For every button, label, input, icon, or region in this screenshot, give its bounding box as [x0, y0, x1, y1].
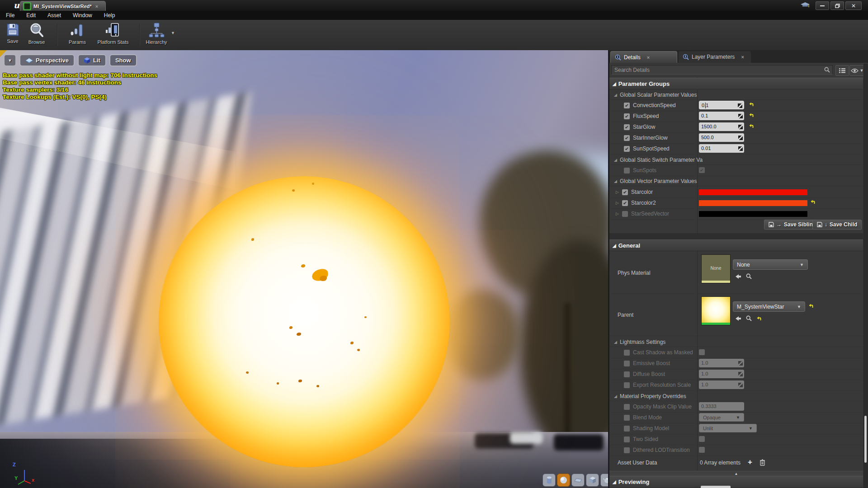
reset-to-default-icon[interactable]	[756, 316, 762, 321]
color-swatch-starcolor2[interactable]	[699, 200, 807, 206]
browse-to-asset-icon[interactable]	[746, 273, 752, 279]
hierarchy-dropdown-caret-icon[interactable]: ▼	[171, 31, 175, 35]
close-button[interactable]: ✕	[845, 1, 862, 10]
checkbox-checked[interactable]: ✔	[624, 146, 630, 152]
slider-corner-icon[interactable]	[738, 114, 743, 118]
details-scrollbar-track[interactable]	[863, 64, 868, 488]
viewport-options-dropdown-button[interactable]: ▼	[4, 54, 16, 66]
reset-to-default-icon[interactable]	[749, 113, 754, 118]
lit-mode-button[interactable]: Lit	[78, 54, 106, 66]
hierarchy-button[interactable]: Hierarchy	[137, 22, 175, 45]
reset-to-default-icon[interactable]	[808, 303, 814, 309]
menu-edit[interactable]: Edit	[20, 12, 42, 19]
collapsed-arrow-icon[interactable]: ▷	[616, 190, 619, 194]
menu-asset[interactable]: Asset	[42, 12, 67, 19]
tab-layer-parameters[interactable]: Layer Parameters ×	[679, 51, 751, 63]
checkbox-unchecked[interactable]: ✔	[624, 382, 630, 388]
checkbox-checked[interactable]: ✔	[622, 200, 628, 206]
value-input-starinnerglow[interactable]: 500.0	[699, 133, 744, 142]
value-input-sunspotspeed[interactable]: 0.01	[699, 144, 744, 153]
phys-material-dropdown[interactable]: None▼	[733, 259, 808, 270]
parent-thumbnail[interactable]	[701, 296, 731, 325]
preview-cylinder-button[interactable]	[542, 474, 556, 487]
checkbox-unchecked[interactable]: ✔	[624, 404, 630, 410]
perspective-button[interactable]: Perspective	[19, 54, 75, 66]
menu-window[interactable]: Window	[67, 12, 98, 19]
checkbox-checked-disabled[interactable]: ✔	[699, 167, 705, 173]
checkbox-unchecked[interactable]: ✔	[624, 361, 630, 366]
value-emissive-boost[interactable]: 1.0	[699, 359, 744, 367]
checkbox-unchecked[interactable]: ✔	[624, 371, 630, 377]
slider-corner-icon[interactable]	[738, 136, 743, 140]
add-element-icon[interactable]: +	[748, 458, 752, 467]
reset-to-default-icon[interactable]	[810, 199, 816, 205]
checkbox-unchecked-disabled[interactable]: ✔	[699, 349, 705, 355]
collapsed-arrow-icon[interactable]: ▷	[616, 201, 619, 205]
details-scrollbar-thumb[interactable]	[864, 416, 867, 463]
value-opacity-mask-clip[interactable]: 0.3333	[699, 402, 744, 411]
menu-file[interactable]: File	[0, 12, 20, 19]
browse-button[interactable]: Browse	[18, 22, 56, 45]
slider-corner-icon[interactable]	[738, 103, 742, 108]
checkbox-checked[interactable]: ✔	[624, 113, 630, 119]
menu-help[interactable]: Help	[98, 12, 121, 19]
params-button[interactable]: Params	[58, 22, 96, 45]
checkbox-unchecked[interactable]: ✔	[624, 447, 630, 453]
category-global-vector[interactable]: ◢ Global Vector Parameter Values	[609, 176, 863, 186]
platform-stats-button[interactable]: Platform Stats	[94, 22, 132, 45]
category-material-property-overrides[interactable]: ◢ Material Property Overrides	[609, 391, 863, 401]
blend-mode-dropdown[interactable]: Opaque▼	[699, 413, 744, 422]
minimize-button[interactable]	[816, 1, 829, 10]
3d-preview-viewport[interactable]: ▼ Perspective Lit Show Base pass shader …	[0, 50, 608, 488]
restore-button[interactable]	[830, 1, 844, 10]
checkbox-unchecked[interactable]: ✔	[624, 426, 630, 432]
search-input[interactable]: Search Details	[611, 65, 833, 75]
use-selected-arrow-icon[interactable]	[735, 274, 741, 279]
category-global-scalar[interactable]: ◢ Global Scalar Parameter Values	[609, 90, 863, 100]
value-input-starglow[interactable]: 1500.0	[699, 122, 744, 131]
collapsed-arrow-icon[interactable]: ▷	[616, 211, 619, 216]
preview-sphere-button[interactable]	[557, 474, 570, 487]
preview-custom-mesh-button[interactable]	[600, 474, 608, 487]
section-header-general[interactable]: ◢ General	[609, 239, 863, 251]
tutorial-graduation-cap-icon[interactable]	[800, 2, 810, 9]
checkbox-unchecked[interactable]: ✔	[624, 436, 630, 442]
value-diffuse-boost[interactable]: 1.0	[699, 370, 744, 378]
reset-to-default-icon[interactable]	[749, 123, 754, 129]
checkbox-checked[interactable]: ✔	[622, 189, 628, 195]
document-tab-close-icon[interactable]: ×	[95, 4, 98, 9]
preview-cube-button[interactable]	[586, 474, 599, 487]
shading-model-dropdown[interactable]: Unlit▼	[699, 424, 757, 432]
preview-plane-button[interactable]	[571, 474, 585, 487]
color-swatch-starcolor[interactable]	[699, 189, 807, 195]
checkbox-checked[interactable]: ✔	[624, 124, 630, 130]
value-export-resolution-scale[interactable]: 1.0	[699, 380, 744, 389]
browse-to-asset-icon[interactable]	[746, 315, 752, 321]
save-child-button[interactable]: ↓ Save Child	[812, 220, 862, 230]
show-menu-button[interactable]: Show	[109, 54, 137, 66]
tab-close-icon[interactable]: ×	[647, 55, 650, 60]
checkbox-unchecked[interactable]: ✔	[624, 168, 630, 174]
value-input-convectionspeed[interactable]: 0.1	[699, 101, 744, 109]
checkbox-checked[interactable]: ✔	[624, 135, 630, 141]
category-lightmass-settings[interactable]: ◢ Lightmass Settings	[609, 337, 863, 347]
section-header-parameter-groups[interactable]: ◢ Parameter Groups	[609, 78, 863, 89]
category-global-static-switch[interactable]: ◢ Global Static Switch Parameter Va	[609, 155, 863, 165]
document-tab[interactable]: MI_SystemViewStarRed* ×	[20, 1, 106, 11]
checkbox-unchecked[interactable]: ✔	[624, 350, 630, 356]
tab-details[interactable]: Details ×	[610, 51, 677, 63]
parent-dropdown[interactable]: M_SystemViewStar▼	[733, 301, 805, 312]
checkbox-unchecked-disabled[interactable]: ✔	[699, 436, 705, 442]
checkbox-unchecked[interactable]: ✔	[622, 211, 628, 217]
view-options-button[interactable]: ▼	[849, 65, 865, 76]
phys-material-thumbnail[interactable]: None	[701, 254, 731, 283]
checkbox-checked[interactable]: ✔	[624, 103, 630, 108]
property-matrix-button[interactable]	[835, 65, 849, 76]
reset-to-default-icon[interactable]	[749, 102, 754, 107]
slider-corner-icon[interactable]	[738, 146, 743, 151]
checkbox-unchecked-disabled[interactable]: ✔	[699, 447, 705, 453]
slider-corner-icon[interactable]	[738, 125, 743, 129]
color-swatch-starseedvector[interactable]	[699, 211, 807, 217]
value-input-fluxspeed[interactable]: 0.1	[699, 112, 744, 120]
use-selected-arrow-icon[interactable]	[735, 316, 741, 321]
